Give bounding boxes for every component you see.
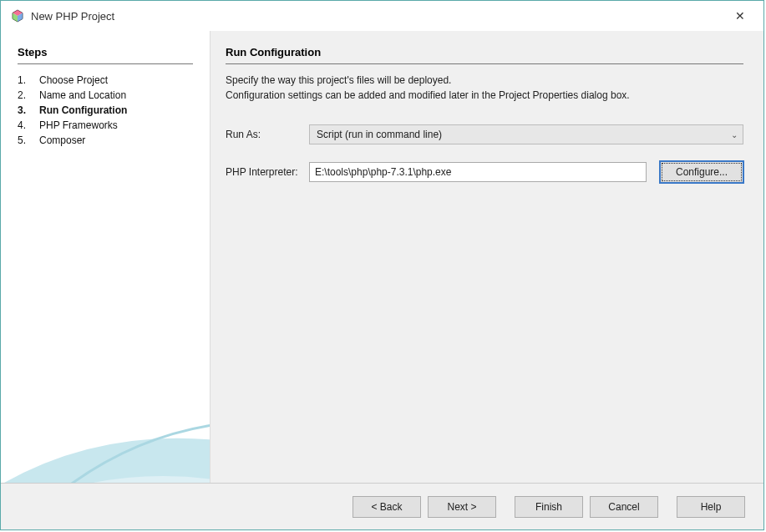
step-composer: 5. Composer bbox=[18, 134, 193, 146]
app-icon bbox=[11, 9, 24, 23]
interpreter-label: PHP Interpreter: bbox=[226, 166, 309, 178]
step-label: PHP Frameworks bbox=[39, 119, 118, 131]
panel-description-2: Configuration settings can be added and … bbox=[226, 89, 743, 101]
step-number: 2. bbox=[18, 89, 39, 101]
step-label: Composer bbox=[39, 134, 85, 146]
interpreter-input[interactable]: E:\tools\php\php-7.3.1\php.exe bbox=[309, 162, 647, 182]
configure-button[interactable]: Configure... bbox=[660, 161, 743, 183]
step-number: 5. bbox=[18, 134, 39, 146]
run-as-label: Run As: bbox=[226, 129, 309, 140]
dialog-footer: < Back Next > Finish Cancel Help bbox=[1, 483, 763, 529]
step-choose-project: 1. Choose Project bbox=[18, 74, 193, 86]
panel-description-1: Specify the way this project's files wil… bbox=[226, 74, 743, 86]
chevron-down-icon: ⌄ bbox=[731, 130, 738, 139]
step-label: Run Configuration bbox=[39, 104, 127, 116]
run-as-row: Run As: Script (run in command line) ⌄ bbox=[226, 124, 743, 144]
interpreter-row: PHP Interpreter: E:\tools\php\php-7.3.1\… bbox=[226, 161, 743, 183]
cancel-button[interactable]: Cancel bbox=[590, 496, 658, 518]
step-run-configuration: 3. Run Configuration bbox=[18, 104, 193, 116]
step-label: Name and Location bbox=[39, 89, 126, 101]
titlebar: New PHP Project ✕ bbox=[1, 1, 763, 31]
interpreter-value: E:\tools\php\php-7.3.1\php.exe bbox=[315, 166, 451, 178]
steps-heading: Steps bbox=[18, 46, 193, 64]
step-php-frameworks: 4. PHP Frameworks bbox=[18, 119, 193, 131]
step-number: 1. bbox=[18, 74, 39, 86]
step-number: 3. bbox=[18, 104, 39, 116]
decorative-swoosh bbox=[1, 299, 210, 483]
window-title: New PHP Project bbox=[31, 10, 727, 23]
back-button[interactable]: < Back bbox=[353, 496, 421, 518]
close-icon[interactable]: ✕ bbox=[727, 9, 753, 23]
next-button[interactable]: Next > bbox=[428, 496, 496, 518]
step-name-location: 2. Name and Location bbox=[18, 89, 193, 101]
step-number: 4. bbox=[18, 119, 39, 131]
panel-heading: Run Configuration bbox=[226, 46, 743, 64]
dialog-body: Steps 1. Choose Project 2. Name and Loca… bbox=[1, 31, 763, 483]
help-button[interactable]: Help bbox=[677, 496, 745, 518]
step-label: Choose Project bbox=[39, 74, 108, 86]
dialog-window: New PHP Project ✕ Steps 1. Choose Projec… bbox=[0, 0, 764, 530]
steps-list: 1. Choose Project 2. Name and Location 3… bbox=[18, 74, 193, 146]
run-as-value: Script (run in command line) bbox=[317, 129, 442, 140]
finish-button[interactable]: Finish bbox=[515, 496, 583, 518]
run-as-select[interactable]: Script (run in command line) ⌄ bbox=[309, 124, 743, 144]
steps-sidebar: Steps 1. Choose Project 2. Name and Loca… bbox=[1, 31, 210, 483]
main-panel: Run Configuration Specify the way this p… bbox=[210, 31, 763, 483]
